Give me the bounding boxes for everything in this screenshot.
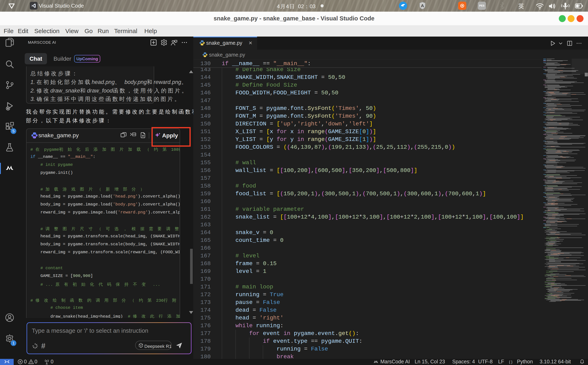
svg-text:{ }: { } bbox=[509, 360, 512, 364]
svg-text:A: A bbox=[421, 3, 424, 8]
